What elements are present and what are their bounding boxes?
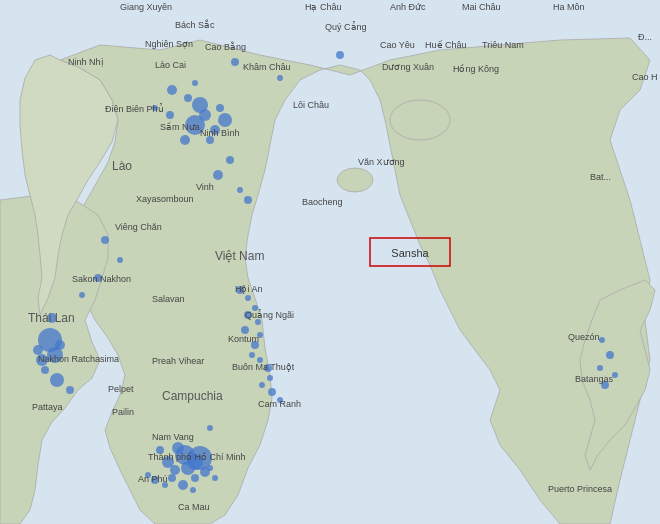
label-cam-ranh: Cam Ranh xyxy=(258,399,301,409)
label-sam-nua: Sầm Nưa xyxy=(160,122,200,132)
svg-point-8 xyxy=(166,111,174,119)
svg-point-64 xyxy=(79,292,85,298)
label-loi-chau: Lôi Châu xyxy=(293,100,329,110)
label-bach-sac: Bách Sắc xyxy=(175,19,215,30)
label-kontum: Kontum xyxy=(228,334,259,344)
label-pattaya: Pattaya xyxy=(32,402,63,412)
svg-point-21 xyxy=(245,295,251,301)
small-island xyxy=(337,168,373,192)
hainan-island xyxy=(390,100,450,140)
svg-point-3 xyxy=(218,113,232,127)
label-hoi-an: Hội An xyxy=(235,284,263,294)
svg-point-49 xyxy=(178,480,188,490)
svg-point-12 xyxy=(192,80,198,86)
label-bat-right: Bat... xyxy=(590,172,611,182)
label-ca-mau: Ca Mau xyxy=(178,502,210,512)
svg-point-25 xyxy=(241,326,249,334)
label-ha-chau: Hạ Châu xyxy=(305,2,342,12)
label-cao-bang: Cao Bằng xyxy=(205,41,246,52)
label-giang-xuyen: Giang Xuyên xyxy=(120,2,172,12)
label-dien-bien-phu: Điên Biên Phủ xyxy=(105,103,164,114)
label-campuchia: Campuchia xyxy=(162,389,223,403)
label-hue-chau: Huế Châu xyxy=(425,40,467,50)
svg-point-33 xyxy=(268,388,276,396)
svg-point-67 xyxy=(599,337,605,343)
map-svg: Sansha Giang Xuyên Hạ Châu Anh Đức Mai C… xyxy=(0,0,660,524)
svg-point-68 xyxy=(606,351,614,359)
label-ninh-binh: Ninh Bình xyxy=(200,128,240,138)
label-viet-nam: Việt Nam xyxy=(215,249,264,263)
label-pelpet: Pelpet xyxy=(108,384,134,394)
svg-point-45 xyxy=(168,474,176,482)
svg-point-6 xyxy=(192,97,208,113)
label-an-phu: An Phú xyxy=(138,474,168,484)
svg-point-10 xyxy=(167,85,177,95)
label-quy-cang: Quý Cảng xyxy=(325,21,367,32)
label-nghien-son: Nghiên Sợn xyxy=(145,39,193,49)
map-container: Sansha Giang Xuyên Hạ Châu Anh Đức Mai C… xyxy=(0,0,660,524)
svg-point-11 xyxy=(184,94,192,102)
svg-point-31 xyxy=(267,375,273,381)
label-preah-vihear: Preah Vihear xyxy=(152,356,204,366)
label-baocheng: Baocheng xyxy=(302,197,343,207)
label-salavan: Salavan xyxy=(152,294,185,304)
label-hcm: Thành phố Hồ Chí Minh xyxy=(148,452,246,462)
label-cao-h-right: Cao H xyxy=(632,72,658,82)
label-trieu-nam: Triêu Nam xyxy=(482,40,524,50)
label-ninh-nhi: Ninh Nhị xyxy=(68,57,104,67)
label-quezon: Quezón xyxy=(568,332,600,342)
label-batangas: Batangas xyxy=(575,374,614,384)
svg-point-18 xyxy=(237,187,243,193)
label-pailin: Pailin xyxy=(112,407,134,417)
svg-point-28 xyxy=(249,352,255,358)
svg-point-32 xyxy=(259,382,265,388)
svg-point-65 xyxy=(101,236,109,244)
svg-point-44 xyxy=(207,425,213,431)
label-duong-xuan: Dương Xuân xyxy=(382,62,434,72)
label-nakhon-ratch: Nakhon Ratchasima xyxy=(38,354,119,364)
svg-point-50 xyxy=(190,487,196,493)
svg-point-15 xyxy=(336,51,344,59)
label-vieng-chan: Viêng Chăn xyxy=(115,222,162,232)
svg-point-46 xyxy=(191,474,199,482)
svg-point-5 xyxy=(180,135,190,145)
label-buon-ma-thuot: Buôn Ma Thuột xyxy=(232,362,295,372)
label-cao-yeu: Cao Yêu xyxy=(380,40,415,50)
label-xayasomboun: Xayasomboun xyxy=(136,194,194,204)
svg-point-14 xyxy=(277,75,283,81)
svg-point-61 xyxy=(66,386,74,394)
label-da-right: Đ... xyxy=(638,32,652,42)
svg-point-59 xyxy=(50,373,64,387)
label-puerto-princesa: Puerto Princesa xyxy=(548,484,612,494)
svg-point-66 xyxy=(117,257,123,263)
label-mai-chau: Mai Châu xyxy=(462,2,501,12)
svg-point-19 xyxy=(244,196,252,204)
svg-point-39 xyxy=(181,461,195,475)
svg-point-17 xyxy=(226,156,234,164)
svg-point-69 xyxy=(597,365,603,371)
label-kham-chau: Khâm Châu xyxy=(243,62,291,72)
label-hong-kong: Hồng Kông xyxy=(453,64,499,74)
label-thai-lan: Thái Lan xyxy=(28,311,75,325)
svg-point-57 xyxy=(55,340,65,350)
label-van-xuong: Văn Xương xyxy=(358,157,405,167)
sansha-label: Sansha xyxy=(391,247,429,259)
svg-point-58 xyxy=(41,366,49,374)
label-vinh: Vinh xyxy=(196,182,214,192)
label-sakon-nakhon: Sakon Nakhon xyxy=(72,274,131,284)
svg-point-47 xyxy=(207,465,213,471)
label-anh-duc: Anh Đức xyxy=(390,2,426,12)
label-lao: Lào xyxy=(112,159,132,173)
svg-point-48 xyxy=(212,475,218,481)
label-ha-mon: Ha Môn xyxy=(553,2,585,12)
svg-point-13 xyxy=(231,58,239,66)
label-quang-ngai: Quảng Ngãi xyxy=(245,309,294,320)
label-lao-cai: Lào Cai xyxy=(155,60,186,70)
svg-point-7 xyxy=(216,104,224,112)
svg-point-16 xyxy=(213,170,223,180)
label-nam-vang: Nam Vang xyxy=(152,432,194,442)
